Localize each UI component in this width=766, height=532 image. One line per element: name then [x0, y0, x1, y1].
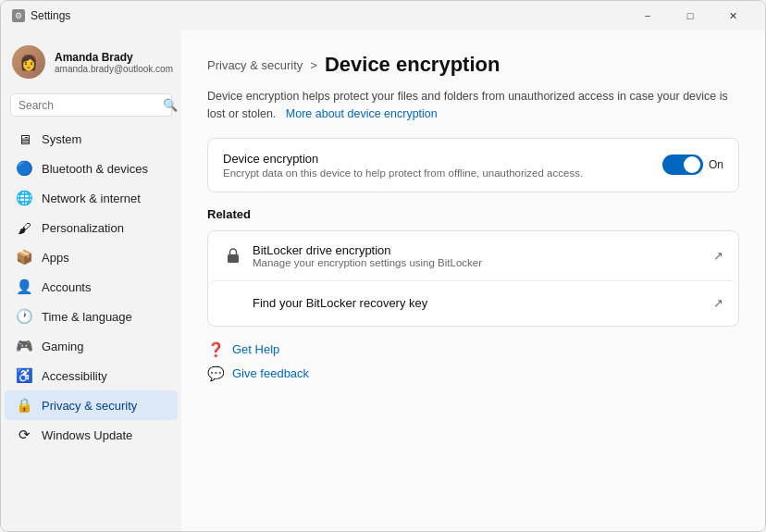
- sidebar-item-label: Windows Update: [42, 428, 132, 442]
- sidebar-item-time[interactable]: 🕐 Time & language: [5, 302, 178, 331]
- maximize-button[interactable]: □: [669, 1, 711, 31]
- minimize-button[interactable]: −: [626, 1, 669, 31]
- related-row-recovery[interactable]: Find your BitLocker recovery key ↗: [208, 280, 738, 326]
- system-icon: 🖥: [16, 130, 32, 147]
- search-box[interactable]: 🔍: [10, 93, 172, 117]
- sidebar-item-system[interactable]: 🖥 System: [5, 124, 178, 154]
- personalization-icon: 🖌: [16, 219, 32, 236]
- sidebar-item-gaming[interactable]: 🎮 Gaming: [5, 331, 178, 361]
- encryption-desc: Encrypt data on this device to help prot…: [223, 167, 662, 179]
- toggle-thumb: [684, 156, 700, 173]
- bitlocker-desc: Manage your encryption settings using Bi…: [253, 257, 482, 268]
- sidebar-item-label: Bluetooth & devices: [42, 162, 148, 176]
- breadcrumb-parent[interactable]: Privacy & security: [207, 58, 303, 72]
- apps-icon: 📦: [16, 249, 32, 266]
- settings-window: ⚙ Settings − □ ✕ 👩 Amanda Brady amanda.b…: [0, 0, 766, 532]
- main-content: Privacy & security > Device encryption D…: [181, 31, 765, 531]
- get-help-link[interactable]: ❓ Get Help: [207, 341, 739, 358]
- sidebar-item-label: Gaming: [42, 340, 84, 353]
- encryption-card-row: Device encryption Encrypt data on this d…: [208, 139, 738, 192]
- related-title: Related: [207, 207, 739, 221]
- related-section: Related BitLocker driv: [207, 207, 739, 327]
- settings-icon: ⚙: [12, 9, 25, 22]
- sidebar-item-label: Time & language: [42, 310, 132, 324]
- give-feedback-link[interactable]: 💬 Give feedback: [207, 365, 739, 382]
- related-card: BitLocker drive encryption Manage your e…: [207, 230, 739, 327]
- get-help-label: Get Help: [232, 342, 279, 356]
- get-help-icon: ❓: [207, 341, 225, 358]
- titlebar: ⚙ Settings − □ ✕: [1, 1, 765, 31]
- related-left: BitLocker drive encryption Manage your e…: [223, 243, 482, 268]
- sidebar-item-apps[interactable]: 📦 Apps: [5, 242, 178, 272]
- close-button[interactable]: ✕: [711, 1, 754, 31]
- sidebar-item-bluetooth[interactable]: 🔵 Bluetooth & devices: [5, 154, 178, 183]
- bluetooth-icon: 🔵: [16, 160, 32, 177]
- window-title: Settings: [31, 9, 70, 22]
- sidebar-item-accessibility[interactable]: ♿ Accessibility: [5, 361, 178, 390]
- related-left: Find your BitLocker recovery key: [223, 293, 427, 314]
- time-icon: 🕐: [16, 308, 32, 325]
- user-email: amanda.brady@outlook.com: [55, 64, 173, 74]
- breadcrumb-arrow: >: [310, 58, 317, 72]
- accounts-icon: 👤: [16, 278, 32, 295]
- sidebar-item-label: Privacy & security: [42, 399, 137, 413]
- sidebar-item-network[interactable]: 🌐 Network & internet: [5, 183, 178, 213]
- sidebar-item-windowsupdate[interactable]: ⟳ Windows Update: [5, 420, 178, 450]
- titlebar-left: ⚙ Settings: [12, 9, 70, 22]
- sidebar-item-label: Personalization: [42, 221, 124, 235]
- sidebar-item-privacy[interactable]: 🔒 Privacy & security: [5, 390, 178, 420]
- breadcrumb: Privacy & security > Device encryption: [207, 53, 739, 77]
- encryption-title: Device encryption: [223, 152, 662, 166]
- sidebar-item-accounts[interactable]: 👤 Accounts: [5, 272, 178, 302]
- help-section: ❓ Get Help 💬 Give feedback: [207, 341, 739, 382]
- external-link-icon: ↗: [713, 249, 723, 263]
- toggle-label: On: [709, 158, 723, 171]
- page-title: Device encryption: [325, 53, 500, 77]
- privacy-icon: 🔒: [16, 397, 32, 414]
- content-area: 👩 Amanda Brady amanda.brady@outlook.com …: [1, 31, 765, 531]
- sidebar-item-label: System: [42, 132, 81, 146]
- svg-rect-0: [228, 254, 239, 263]
- sidebar-item-personalization[interactable]: 🖌 Personalization: [5, 213, 178, 242]
- description-link[interactable]: More about device encryption: [282, 107, 437, 120]
- sidebar: 👩 Amanda Brady amanda.brady@outlook.com …: [1, 31, 181, 531]
- search-icon: 🔍: [163, 98, 178, 112]
- bitlocker-title: BitLocker drive encryption: [253, 243, 482, 257]
- external-link-icon-2: ↗: [713, 296, 723, 310]
- sidebar-item-label: Accounts: [42, 280, 91, 294]
- sidebar-item-label: Accessibility: [42, 369, 107, 383]
- encryption-card: Device encryption Encrypt data on this d…: [207, 138, 739, 192]
- sidebar-nav: 🖥 System 🔵 Bluetooth & devices 🌐 Network…: [1, 124, 181, 450]
- related-text: Find your BitLocker recovery key: [253, 296, 427, 310]
- sidebar-item-label: Network & internet: [42, 192, 141, 205]
- give-feedback-label: Give feedback: [232, 366, 309, 380]
- user-info: Amanda Brady amanda.brady@outlook.com: [55, 51, 173, 74]
- avatar: 👩: [12, 45, 45, 79]
- page-description: Device encryption helps protect your fil…: [207, 88, 739, 123]
- recovery-icon: [223, 293, 243, 314]
- related-text: BitLocker drive encryption Manage your e…: [253, 243, 482, 268]
- encryption-info: Device encryption Encrypt data on this d…: [223, 152, 662, 179]
- update-icon: ⟳: [16, 427, 32, 443]
- user-name: Amanda Brady: [55, 51, 173, 64]
- search-input[interactable]: [19, 99, 157, 112]
- gaming-icon: 🎮: [16, 338, 32, 354]
- sidebar-item-label: Apps: [42, 251, 69, 265]
- user-profile[interactable]: 👩 Amanda Brady amanda.brady@outlook.com: [1, 38, 181, 90]
- avatar-image: 👩: [12, 45, 45, 79]
- related-row-bitlocker[interactable]: BitLocker drive encryption Manage your e…: [208, 231, 738, 280]
- feedback-icon: 💬: [207, 365, 225, 382]
- encryption-toggle[interactable]: On: [662, 155, 723, 175]
- bitlocker-lock-icon: [223, 245, 243, 266]
- recovery-title: Find your BitLocker recovery key: [253, 296, 427, 310]
- toggle-track[interactable]: [662, 155, 703, 175]
- network-icon: 🌐: [16, 190, 32, 206]
- accessibility-icon: ♿: [16, 367, 32, 384]
- window-controls: − □ ✕: [626, 1, 754, 31]
